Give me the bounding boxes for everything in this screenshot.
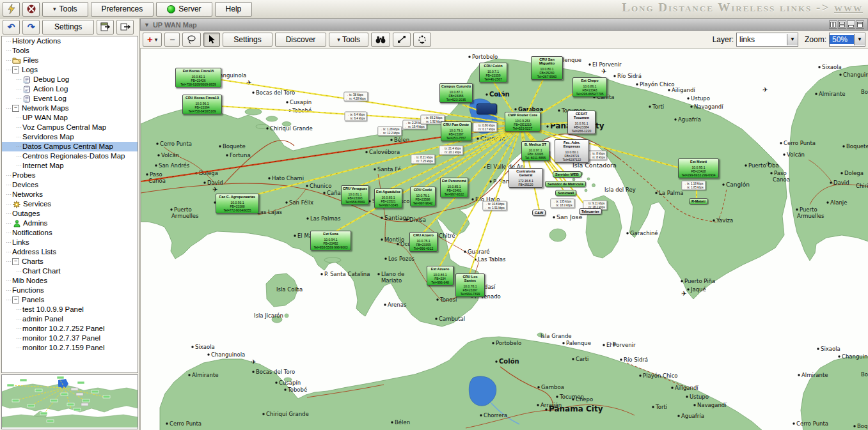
device-node-contraloria-general[interactable]: Contraloria General172.16.8.1FB=25120 — [509, 168, 543, 188]
device-node-sonicwall[interactable]: Sonicwall — [555, 190, 576, 196]
find-button[interactable] — [371, 33, 390, 47]
sidebar-item-voz-campus-central-map[interactable]: ···Voz Campus Central Map — [2, 123, 138, 132]
map-tab-header[interactable]: ▼ UP WAN Map — [140, 19, 868, 31]
device-node-cru-san-miguelito[interactable]: CRU San Miguelito10.0.80.1FB=25230Tel=26… — [531, 56, 563, 80]
device-node-cru-pan-oeste[interactable]: CRU Pan Oeste10.0.79.1FB=23387Tel=253-75… — [441, 121, 471, 141]
sidebar-item-internet-map[interactable]: ···Internet Map — [2, 161, 138, 171]
sidebar-item-test-10-0-9-9-panel[interactable]: ···test 10.0.9.9 Panel — [2, 305, 138, 314]
tree-expander-icon[interactable]: − — [12, 296, 19, 303]
device-node-ext-chepo[interactable]: Ext Chepo10.0.86.1FB=13343Tel=296-6652/7… — [572, 77, 607, 97]
sidebar-item-event-log[interactable]: ···Event Log — [2, 94, 138, 104]
device-node-c-w[interactable]: C&W — [532, 210, 546, 216]
window-tile-vertical-button[interactable] — [829, 20, 837, 29]
undo-button[interactable]: ↶ — [3, 20, 20, 35]
sidebar-item-probes[interactable]: ···Probes — [2, 171, 138, 180]
device-node-cru-los-santos[interactable]: CRU Los Santos10.0.78.1FB=23397Tel=994-7… — [455, 273, 485, 297]
pointer-tool-button[interactable] — [203, 33, 220, 47]
sidebar-item-links[interactable]: ···Links — [2, 238, 138, 247]
device-node-fac-c-agropecuarias[interactable]: Fac C. Agropecuarias10.0.93.1FB=23388Tel… — [216, 194, 259, 213]
overview-minimap[interactable] — [1, 374, 138, 429]
device-node-telecarrier[interactable]: Telecarrier — [579, 208, 602, 215]
help-button[interactable]: Help — [215, 2, 253, 17]
device-node-ext-metet-[interactable]: Ext Metetí10.0.95.1FB=23428Tel=299-6933 … — [678, 158, 719, 178]
device-node-cru-col-n[interactable]: CRU Colón10.0.7.1FB=23359Tel=46-2567 — [479, 63, 507, 82]
lasso-select-button[interactable] — [182, 33, 201, 47]
banner-link[interactable]: www — [834, 1, 863, 14]
dropdown-arrow-icon[interactable]: ▼ — [787, 34, 798, 45]
sidebar-item-admins[interactable]: ···Admins — [2, 219, 138, 228]
add-element-button[interactable]: + ▾ — [143, 33, 162, 47]
sidebar-item-up-wan-map[interactable]: ···UP WAN Map — [2, 113, 138, 123]
device-node-ext-penonom-[interactable]: Ext Penonomé10.0.85.1FB=23401Tel=997-932… — [440, 178, 468, 197]
ring-layout-button[interactable] — [413, 33, 431, 47]
sidebar-item-notifications[interactable]: ···Notifications — [2, 228, 138, 238]
zoom-select[interactable]: 50% ▼ — [829, 33, 865, 47]
sidebar-item-monitor-10-2-7-37-panel[interactable]: ···monitor 10.2.7.37 Panel — [2, 334, 138, 343]
dropdown-arrow-icon[interactable]: ▼ — [854, 34, 865, 45]
device-node-ext-bocas-finca15[interactable]: Ext Bocas Finca1510.0.82.1FB=23426Tel=75… — [175, 68, 221, 88]
sidebar-item-datos-campus-central-map[interactable]: ···Datos Campus Central Map — [2, 142, 138, 151]
window-tile-horizontal-button[interactable] — [838, 20, 846, 29]
sidebar-item-network-maps[interactable]: ···−Network Maps — [2, 104, 138, 113]
sidebar-item-action-log[interactable]: ···Action Log — [2, 84, 138, 94]
sidebar-item-centros-regionales-datos-map[interactable]: ···Centros Regionales-Datos Map — [2, 151, 138, 161]
preferences-button[interactable]: Preferences — [91, 2, 154, 17]
link-tool-button[interactable] — [393, 33, 411, 47]
sidebar-item-monitor-10-2-7-252-panel[interactable]: ···monitor 10.2.7.252 Panel — [2, 324, 138, 334]
device-node-cru-bocas-finca13[interactable]: CRU Bocas Finca1310.0.96.1FB=23394Tel=75… — [182, 95, 222, 114]
sidebar-item-tools[interactable]: ···Tools — [2, 46, 138, 56]
device-node-servidor-web[interactable]: Servidor WEB — [553, 171, 581, 178]
sidebar-item-outages[interactable]: ···Outages — [2, 209, 138, 219]
server-button[interactable]: Server — [156, 2, 212, 17]
town-dot — [157, 154, 159, 156]
window-minimize-button[interactable] — [847, 20, 855, 29]
unreadable-dark-chip[interactable] — [477, 104, 497, 114]
redo-button[interactable]: ↷ — [22, 20, 40, 35]
disconnect-button[interactable] — [22, 2, 40, 17]
export-window-button[interactable] — [97, 20, 114, 35]
sidebar-item-services[interactable]: ···Services — [2, 199, 138, 209]
sidebar-item-networks[interactable]: ···Networks — [2, 190, 138, 199]
flash-button[interactable] — [3, 2, 20, 17]
remove-element-button[interactable]: − — [164, 33, 180, 47]
import-window-button[interactable] — [116, 20, 134, 35]
device-node-ext-aguadulce[interactable]: Ext Aguadulce10.0.83.1FB=23521Tel=997-33… — [374, 188, 402, 208]
device-node-cwp-router-core[interactable]: CWP Router Core10.0.9.253FB=QE1219Tel=52… — [505, 112, 541, 132]
sidebar-item-charts[interactable]: ···−Charts — [2, 257, 138, 266]
sidebar-item-functions[interactable]: ···Functions — [2, 286, 138, 295]
sidebar-item-mib-nodes[interactable]: ···Mib Nodes — [2, 276, 138, 286]
device-node-cru-cocl-[interactable]: CRU Coclé10.0.76.1FB=23598Tel=997-9642 — [410, 187, 436, 206]
map-settings-button[interactable]: Settings — [223, 33, 272, 47]
device-node-b-medica-st[interactable]: B. Medica ST10.0.97.1FB= 32095Tel. 6011-… — [521, 141, 549, 161]
tree-expander-icon[interactable]: − — [12, 258, 19, 265]
window-restore-button[interactable] — [856, 20, 864, 29]
sidebar-item-monitor-10-2-7-159-panel[interactable]: ···monitor 10.2.7.159 Panel — [2, 343, 138, 353]
sidebar-item-devices[interactable]: ···Devices — [2, 180, 138, 190]
sidebar-item-debug-log[interactable]: ···Debug Log — [2, 75, 138, 84]
device-node-cesat-tocumen[interactable]: CESAT Tocumen10.0.91.1FB=23384Tel=266-12… — [567, 111, 596, 134]
device-node-cru-veraguas[interactable]: CRU Veraguas10.0.81.1FB=23393Tel=958-556… — [341, 185, 369, 205]
tools-menu-button[interactable]: ▾ Tools — [42, 2, 88, 17]
tree-expander-icon[interactable]: − — [12, 66, 19, 73]
layer-select[interactable]: links ▼ — [736, 33, 798, 47]
sidebar-item-servidores-map[interactable]: ···Servidores Map — [2, 132, 138, 142]
sidebar-item-history-actions[interactable]: ···History Actions — [2, 36, 138, 46]
device-node-ext-sona[interactable]: Ext Sona10.0.94.1FB=23492Tel=958-5569 99… — [310, 231, 351, 250]
device-node-cru-azuero[interactable]: CRU Azuero10.0.75.1FB=23399Tel=996-4012 — [409, 232, 438, 252]
device-node-fac-adm-empresas[interactable]: Fac. Adm. Empresas10.0.60.1FB=23721Tel=5… — [555, 139, 589, 163]
device-node-r-metet-[interactable]: R-Metetí — [689, 198, 708, 204]
tree-expander-icon[interactable]: − — [12, 105, 19, 112]
sidebar-item-panels[interactable]: ···−Panels — [2, 295, 138, 305]
device-node-campus-curund-[interactable]: Campus Curundú10.0.87.1FB=23355Tel=523-2… — [439, 83, 473, 103]
settings-button[interactable]: Settings — [42, 20, 94, 35]
sidebar-item-address-lists[interactable]: ···Address Lists — [2, 247, 138, 257]
map-tools-menu-button[interactable]: ▾ Tools — [329, 33, 368, 47]
sidebar-item-logs[interactable]: ···−Logs — [2, 65, 138, 75]
sidebar-item-admin-panel[interactable]: ···admin Panel — [2, 314, 138, 324]
device-node-ext-azuero[interactable]: Ext Azuero10.0.84.1FB=234Tel=996-648 — [427, 266, 454, 286]
network-map-canvas[interactable]: ChanguinolaBocas del ToroCusapínTobobéCh… — [140, 49, 868, 430]
sidebar-item-files[interactable]: ···Files — [2, 56, 138, 65]
device-node-servidor-de-matricula[interactable]: Servidor de Matricula — [545, 181, 586, 187]
sidebar-item-chart-chart[interactable]: ···Chart Chart — [2, 266, 138, 276]
discover-button[interactable]: Discover — [275, 33, 327, 47]
